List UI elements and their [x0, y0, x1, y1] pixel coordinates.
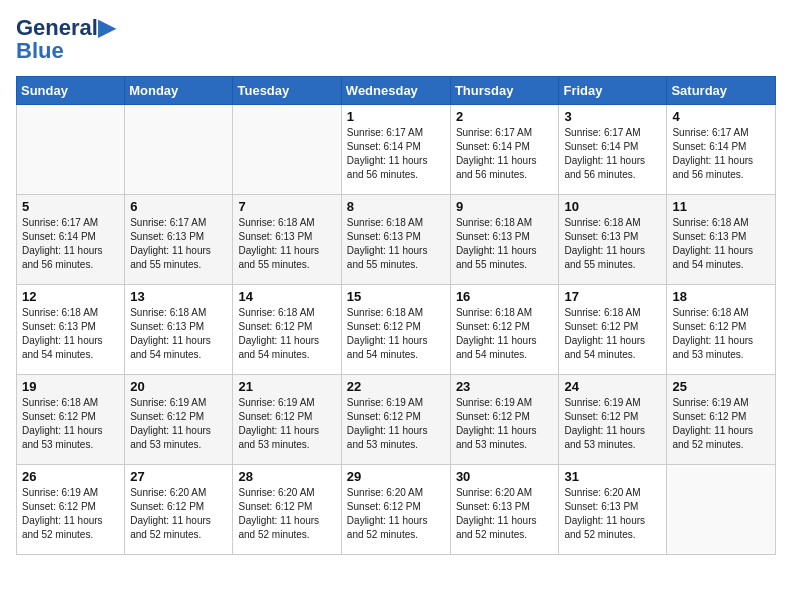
calendar-day-cell: 6Sunrise: 6:17 AMSunset: 6:13 PMDaylight…	[125, 195, 233, 285]
day-info: Sunrise: 6:17 AMSunset: 6:14 PMDaylight:…	[456, 126, 554, 182]
weekday-header-cell: Thursday	[450, 77, 559, 105]
day-info: Sunrise: 6:18 AMSunset: 6:12 PMDaylight:…	[238, 306, 335, 362]
calendar-day-cell: 11Sunrise: 6:18 AMSunset: 6:13 PMDayligh…	[667, 195, 776, 285]
day-number: 1	[347, 109, 445, 124]
day-number: 17	[564, 289, 661, 304]
calendar-day-cell: 23Sunrise: 6:19 AMSunset: 6:12 PMDayligh…	[450, 375, 559, 465]
day-number: 23	[456, 379, 554, 394]
calendar-day-cell: 5Sunrise: 6:17 AMSunset: 6:14 PMDaylight…	[17, 195, 125, 285]
weekday-header-cell: Monday	[125, 77, 233, 105]
calendar-day-cell	[17, 105, 125, 195]
calendar-day-cell: 7Sunrise: 6:18 AMSunset: 6:13 PMDaylight…	[233, 195, 341, 285]
day-info: Sunrise: 6:20 AMSunset: 6:13 PMDaylight:…	[456, 486, 554, 542]
day-info: Sunrise: 6:19 AMSunset: 6:12 PMDaylight:…	[347, 396, 445, 452]
day-number: 8	[347, 199, 445, 214]
day-info: Sunrise: 6:19 AMSunset: 6:12 PMDaylight:…	[130, 396, 227, 452]
day-number: 11	[672, 199, 770, 214]
day-info: Sunrise: 6:18 AMSunset: 6:13 PMDaylight:…	[456, 216, 554, 272]
calendar-day-cell: 13Sunrise: 6:18 AMSunset: 6:13 PMDayligh…	[125, 285, 233, 375]
day-number: 26	[22, 469, 119, 484]
day-number: 12	[22, 289, 119, 304]
day-info: Sunrise: 6:18 AMSunset: 6:13 PMDaylight:…	[564, 216, 661, 272]
day-info: Sunrise: 6:18 AMSunset: 6:12 PMDaylight:…	[456, 306, 554, 362]
day-info: Sunrise: 6:18 AMSunset: 6:13 PMDaylight:…	[347, 216, 445, 272]
weekday-header-cell: Tuesday	[233, 77, 341, 105]
day-number: 6	[130, 199, 227, 214]
day-number: 19	[22, 379, 119, 394]
day-number: 3	[564, 109, 661, 124]
day-info: Sunrise: 6:18 AMSunset: 6:12 PMDaylight:…	[564, 306, 661, 362]
day-info: Sunrise: 6:19 AMSunset: 6:12 PMDaylight:…	[22, 486, 119, 542]
calendar-day-cell: 8Sunrise: 6:18 AMSunset: 6:13 PMDaylight…	[341, 195, 450, 285]
day-info: Sunrise: 6:17 AMSunset: 6:14 PMDaylight:…	[564, 126, 661, 182]
calendar-day-cell: 17Sunrise: 6:18 AMSunset: 6:12 PMDayligh…	[559, 285, 667, 375]
day-number: 5	[22, 199, 119, 214]
day-number: 30	[456, 469, 554, 484]
day-number: 7	[238, 199, 335, 214]
day-info: Sunrise: 6:18 AMSunset: 6:13 PMDaylight:…	[130, 306, 227, 362]
calendar-body: 1Sunrise: 6:17 AMSunset: 6:14 PMDaylight…	[17, 105, 776, 555]
weekday-header-cell: Wednesday	[341, 77, 450, 105]
day-info: Sunrise: 6:18 AMSunset: 6:12 PMDaylight:…	[22, 396, 119, 452]
calendar-day-cell: 19Sunrise: 6:18 AMSunset: 6:12 PMDayligh…	[17, 375, 125, 465]
calendar-table: SundayMondayTuesdayWednesdayThursdayFrid…	[16, 76, 776, 555]
logo: General▶ Blue	[16, 16, 115, 64]
day-info: Sunrise: 6:18 AMSunset: 6:13 PMDaylight:…	[22, 306, 119, 362]
calendar-week-row: 12Sunrise: 6:18 AMSunset: 6:13 PMDayligh…	[17, 285, 776, 375]
calendar-day-cell: 18Sunrise: 6:18 AMSunset: 6:12 PMDayligh…	[667, 285, 776, 375]
day-info: Sunrise: 6:20 AMSunset: 6:13 PMDaylight:…	[564, 486, 661, 542]
calendar-day-cell: 9Sunrise: 6:18 AMSunset: 6:13 PMDaylight…	[450, 195, 559, 285]
day-info: Sunrise: 6:19 AMSunset: 6:12 PMDaylight:…	[456, 396, 554, 452]
day-info: Sunrise: 6:18 AMSunset: 6:12 PMDaylight:…	[347, 306, 445, 362]
day-number: 31	[564, 469, 661, 484]
calendar-day-cell: 25Sunrise: 6:19 AMSunset: 6:12 PMDayligh…	[667, 375, 776, 465]
day-info: Sunrise: 6:20 AMSunset: 6:12 PMDaylight:…	[130, 486, 227, 542]
day-number: 18	[672, 289, 770, 304]
day-number: 13	[130, 289, 227, 304]
calendar-week-row: 19Sunrise: 6:18 AMSunset: 6:12 PMDayligh…	[17, 375, 776, 465]
day-number: 16	[456, 289, 554, 304]
calendar-day-cell: 20Sunrise: 6:19 AMSunset: 6:12 PMDayligh…	[125, 375, 233, 465]
day-info: Sunrise: 6:18 AMSunset: 6:12 PMDaylight:…	[672, 306, 770, 362]
day-info: Sunrise: 6:20 AMSunset: 6:12 PMDaylight:…	[347, 486, 445, 542]
day-info: Sunrise: 6:18 AMSunset: 6:13 PMDaylight:…	[672, 216, 770, 272]
day-number: 2	[456, 109, 554, 124]
day-number: 20	[130, 379, 227, 394]
calendar-day-cell: 12Sunrise: 6:18 AMSunset: 6:13 PMDayligh…	[17, 285, 125, 375]
calendar-day-cell: 10Sunrise: 6:18 AMSunset: 6:13 PMDayligh…	[559, 195, 667, 285]
calendar-week-row: 5Sunrise: 6:17 AMSunset: 6:14 PMDaylight…	[17, 195, 776, 285]
day-number: 14	[238, 289, 335, 304]
logo-text: General▶	[16, 16, 115, 40]
weekday-header-cell: Friday	[559, 77, 667, 105]
weekday-header-cell: Saturday	[667, 77, 776, 105]
calendar-day-cell: 16Sunrise: 6:18 AMSunset: 6:12 PMDayligh…	[450, 285, 559, 375]
calendar-day-cell: 26Sunrise: 6:19 AMSunset: 6:12 PMDayligh…	[17, 465, 125, 555]
day-number: 10	[564, 199, 661, 214]
day-info: Sunrise: 6:17 AMSunset: 6:14 PMDaylight:…	[22, 216, 119, 272]
calendar-day-cell: 22Sunrise: 6:19 AMSunset: 6:12 PMDayligh…	[341, 375, 450, 465]
calendar-day-cell: 3Sunrise: 6:17 AMSunset: 6:14 PMDaylight…	[559, 105, 667, 195]
day-number: 25	[672, 379, 770, 394]
day-number: 29	[347, 469, 445, 484]
day-number: 27	[130, 469, 227, 484]
calendar-day-cell: 21Sunrise: 6:19 AMSunset: 6:12 PMDayligh…	[233, 375, 341, 465]
calendar-day-cell: 14Sunrise: 6:18 AMSunset: 6:12 PMDayligh…	[233, 285, 341, 375]
calendar-day-cell: 27Sunrise: 6:20 AMSunset: 6:12 PMDayligh…	[125, 465, 233, 555]
day-number: 28	[238, 469, 335, 484]
day-number: 22	[347, 379, 445, 394]
weekday-header-cell: Sunday	[17, 77, 125, 105]
day-number: 21	[238, 379, 335, 394]
calendar-week-row: 26Sunrise: 6:19 AMSunset: 6:12 PMDayligh…	[17, 465, 776, 555]
day-info: Sunrise: 6:20 AMSunset: 6:12 PMDaylight:…	[238, 486, 335, 542]
calendar-day-cell: 4Sunrise: 6:17 AMSunset: 6:14 PMDaylight…	[667, 105, 776, 195]
calendar-day-cell: 31Sunrise: 6:20 AMSunset: 6:13 PMDayligh…	[559, 465, 667, 555]
day-number: 4	[672, 109, 770, 124]
calendar-day-cell: 29Sunrise: 6:20 AMSunset: 6:12 PMDayligh…	[341, 465, 450, 555]
calendar-day-cell	[667, 465, 776, 555]
calendar-day-cell: 2Sunrise: 6:17 AMSunset: 6:14 PMDaylight…	[450, 105, 559, 195]
calendar-day-cell	[125, 105, 233, 195]
day-info: Sunrise: 6:19 AMSunset: 6:12 PMDaylight:…	[672, 396, 770, 452]
day-info: Sunrise: 6:19 AMSunset: 6:12 PMDaylight:…	[564, 396, 661, 452]
logo-blue: Blue	[16, 38, 64, 64]
page-header: General▶ Blue	[16, 16, 776, 64]
